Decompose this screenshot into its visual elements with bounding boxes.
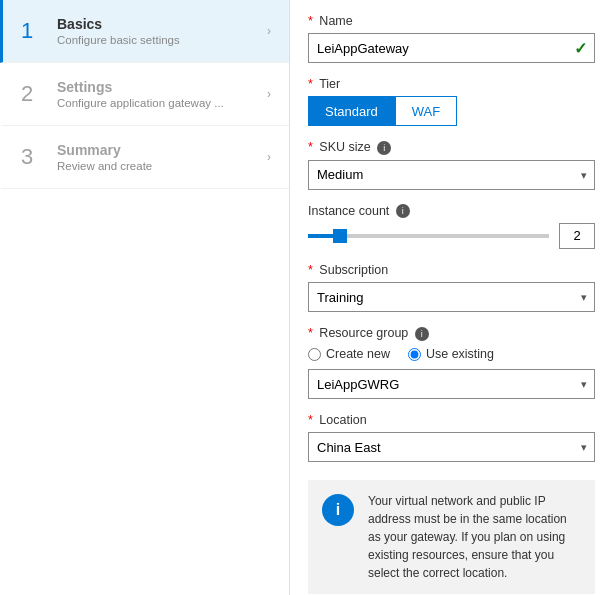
step-1-basics[interactable]: 1 Basics Configure basic settings › xyxy=(0,0,289,63)
instance-value-box: 2 xyxy=(559,223,595,249)
resource-group-dropdown[interactable]: LeiAppGWRG xyxy=(308,369,595,399)
step-3-subtitle: Review and create xyxy=(57,160,267,172)
sku-dropdown[interactable]: Medium xyxy=(308,160,595,190)
location-required-star: * xyxy=(308,413,313,427)
step-1-subtitle: Configure basic settings xyxy=(57,34,267,46)
name-checkmark-icon: ✓ xyxy=(574,39,587,58)
use-existing-radio[interactable] xyxy=(408,348,421,361)
info-circle-icon: i xyxy=(322,494,354,526)
resource-group-dropdown-wrapper: LeiAppGWRG ▾ xyxy=(308,369,595,399)
step-2-number: 2 xyxy=(21,81,43,107)
instance-slider[interactable] xyxy=(308,234,549,238)
step-2-title: Settings xyxy=(57,79,267,95)
subscription-dropdown[interactable]: Training xyxy=(308,282,595,312)
tier-required-star: * xyxy=(308,77,313,91)
name-required-star: * xyxy=(308,14,313,28)
info-box-text: Your virtual network and public IP addre… xyxy=(368,492,581,582)
sku-required-star: * xyxy=(308,140,313,154)
sku-info-icon[interactable]: i xyxy=(377,141,391,155)
tier-group: Standard WAF xyxy=(308,96,595,126)
subscription-dropdown-wrapper: Training ▾ xyxy=(308,282,595,312)
location-dropdown-wrapper: China East ▾ xyxy=(308,432,595,462)
create-new-label: Create new xyxy=(326,347,390,361)
use-existing-option[interactable]: Use existing xyxy=(408,347,494,361)
step-1-chevron-icon: › xyxy=(267,24,271,38)
resource-group-required-star: * xyxy=(308,326,313,340)
subscription-required-star: * xyxy=(308,263,313,277)
step-2-subtitle: Configure application gateway ... xyxy=(57,97,267,109)
resource-group-radio-group: Create new Use existing xyxy=(308,347,595,361)
step-3-chevron-icon: › xyxy=(267,150,271,164)
step-2-text: Settings Configure application gateway .… xyxy=(57,79,267,109)
sku-label: * SKU size i xyxy=(308,140,595,155)
create-new-option[interactable]: Create new xyxy=(308,347,390,361)
tier-standard-button[interactable]: Standard xyxy=(308,96,395,126)
create-new-radio[interactable] xyxy=(308,348,321,361)
location-label: * Location xyxy=(308,413,595,427)
step-1-title: Basics xyxy=(57,16,267,32)
step-2-chevron-icon: › xyxy=(267,87,271,101)
location-info-box: i Your virtual network and public IP add… xyxy=(308,480,595,594)
instance-slider-row: 2 xyxy=(308,223,595,249)
location-dropdown[interactable]: China East xyxy=(308,432,595,462)
wizard-sidebar: 1 Basics Configure basic settings › 2 Se… xyxy=(0,0,290,595)
form-panel: * Name ✓ * Tier Standard WAF * SKU size … xyxy=(290,0,613,595)
sku-dropdown-wrapper: Medium ▾ xyxy=(308,160,595,190)
step-1-number: 1 xyxy=(21,18,43,44)
use-existing-label: Use existing xyxy=(426,347,494,361)
resource-group-info-icon[interactable]: i xyxy=(415,327,429,341)
name-input[interactable] xyxy=(308,33,595,63)
instance-info-icon[interactable]: i xyxy=(396,204,410,218)
step-3-summary[interactable]: 3 Summary Review and create › xyxy=(0,126,289,189)
step-3-text: Summary Review and create xyxy=(57,142,267,172)
subscription-label: * Subscription xyxy=(308,263,595,277)
tier-waf-button[interactable]: WAF xyxy=(395,96,457,126)
step-1-text: Basics Configure basic settings xyxy=(57,16,267,46)
step-3-number: 3 xyxy=(21,144,43,170)
name-input-wrapper: ✓ xyxy=(308,33,595,63)
step-3-title: Summary xyxy=(57,142,267,158)
resource-group-label: * Resource group i xyxy=(308,326,595,341)
instance-label: Instance count i xyxy=(308,204,595,219)
tier-label: * Tier xyxy=(308,77,595,91)
step-2-settings[interactable]: 2 Settings Configure application gateway… xyxy=(0,63,289,126)
name-label: * Name xyxy=(308,14,595,28)
